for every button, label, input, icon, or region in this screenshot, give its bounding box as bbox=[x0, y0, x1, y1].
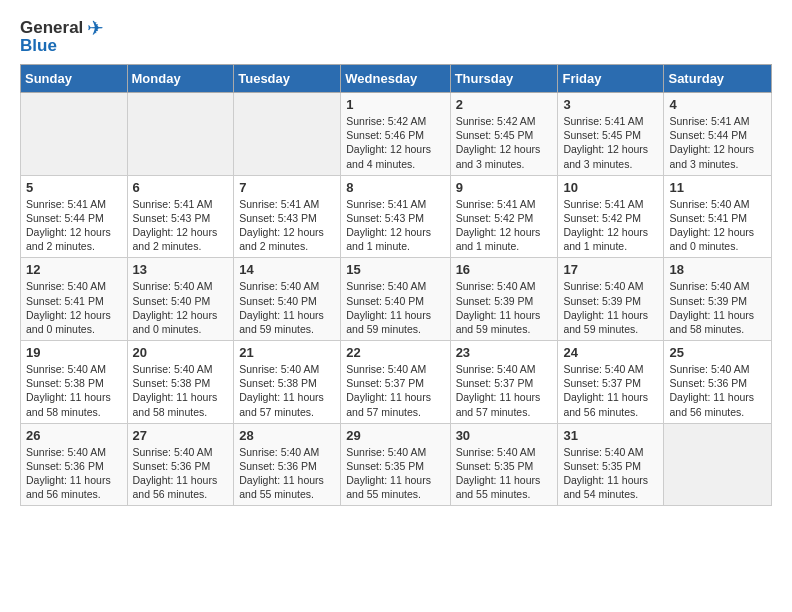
day-number: 22 bbox=[346, 345, 444, 360]
day-cell: 13Sunrise: 5:40 AM Sunset: 5:40 PM Dayli… bbox=[127, 258, 234, 341]
day-info: Sunrise: 5:42 AM Sunset: 5:45 PM Dayligh… bbox=[456, 114, 553, 171]
day-cell: 26Sunrise: 5:40 AM Sunset: 5:36 PM Dayli… bbox=[21, 423, 128, 506]
day-info: Sunrise: 5:41 AM Sunset: 5:44 PM Dayligh… bbox=[26, 197, 122, 254]
day-info: Sunrise: 5:40 AM Sunset: 5:36 PM Dayligh… bbox=[26, 445, 122, 502]
day-cell: 14Sunrise: 5:40 AM Sunset: 5:40 PM Dayli… bbox=[234, 258, 341, 341]
day-info: Sunrise: 5:42 AM Sunset: 5:46 PM Dayligh… bbox=[346, 114, 444, 171]
day-cell bbox=[234, 93, 341, 176]
day-cell: 4Sunrise: 5:41 AM Sunset: 5:44 PM Daylig… bbox=[664, 93, 772, 176]
day-cell bbox=[664, 423, 772, 506]
day-info: Sunrise: 5:40 AM Sunset: 5:35 PM Dayligh… bbox=[563, 445, 658, 502]
day-info: Sunrise: 5:40 AM Sunset: 5:39 PM Dayligh… bbox=[563, 279, 658, 336]
week-row-3: 12Sunrise: 5:40 AM Sunset: 5:41 PM Dayli… bbox=[21, 258, 772, 341]
day-cell: 19Sunrise: 5:40 AM Sunset: 5:38 PM Dayli… bbox=[21, 341, 128, 424]
day-info: Sunrise: 5:41 AM Sunset: 5:43 PM Dayligh… bbox=[346, 197, 444, 254]
day-info: Sunrise: 5:41 AM Sunset: 5:43 PM Dayligh… bbox=[133, 197, 229, 254]
day-header-thursday: Thursday bbox=[450, 65, 558, 93]
day-number: 18 bbox=[669, 262, 766, 277]
day-number: 19 bbox=[26, 345, 122, 360]
day-number: 29 bbox=[346, 428, 444, 443]
day-number: 7 bbox=[239, 180, 335, 195]
day-number: 8 bbox=[346, 180, 444, 195]
day-number: 11 bbox=[669, 180, 766, 195]
week-row-5: 26Sunrise: 5:40 AM Sunset: 5:36 PM Dayli… bbox=[21, 423, 772, 506]
day-cell: 21Sunrise: 5:40 AM Sunset: 5:38 PM Dayli… bbox=[234, 341, 341, 424]
day-cell bbox=[127, 93, 234, 176]
day-number: 27 bbox=[133, 428, 229, 443]
day-info: Sunrise: 5:40 AM Sunset: 5:41 PM Dayligh… bbox=[26, 279, 122, 336]
day-number: 21 bbox=[239, 345, 335, 360]
day-cell: 15Sunrise: 5:40 AM Sunset: 5:40 PM Dayli… bbox=[341, 258, 450, 341]
day-number: 26 bbox=[26, 428, 122, 443]
day-info: Sunrise: 5:41 AM Sunset: 5:44 PM Dayligh… bbox=[669, 114, 766, 171]
day-info: Sunrise: 5:40 AM Sunset: 5:39 PM Dayligh… bbox=[669, 279, 766, 336]
day-cell: 30Sunrise: 5:40 AM Sunset: 5:35 PM Dayli… bbox=[450, 423, 558, 506]
day-number: 2 bbox=[456, 97, 553, 112]
day-cell: 7Sunrise: 5:41 AM Sunset: 5:43 PM Daylig… bbox=[234, 175, 341, 258]
day-cell: 27Sunrise: 5:40 AM Sunset: 5:36 PM Dayli… bbox=[127, 423, 234, 506]
day-info: Sunrise: 5:40 AM Sunset: 5:36 PM Dayligh… bbox=[669, 362, 766, 419]
day-info: Sunrise: 5:40 AM Sunset: 5:37 PM Dayligh… bbox=[563, 362, 658, 419]
day-cell: 2Sunrise: 5:42 AM Sunset: 5:45 PM Daylig… bbox=[450, 93, 558, 176]
day-number: 13 bbox=[133, 262, 229, 277]
day-info: Sunrise: 5:40 AM Sunset: 5:38 PM Dayligh… bbox=[26, 362, 122, 419]
page: General ✈ Blue SundayMondayTuesdayWednes… bbox=[0, 0, 792, 522]
day-cell: 18Sunrise: 5:40 AM Sunset: 5:39 PM Dayli… bbox=[664, 258, 772, 341]
day-cell: 31Sunrise: 5:40 AM Sunset: 5:35 PM Dayli… bbox=[558, 423, 664, 506]
week-row-4: 19Sunrise: 5:40 AM Sunset: 5:38 PM Dayli… bbox=[21, 341, 772, 424]
day-info: Sunrise: 5:40 AM Sunset: 5:40 PM Dayligh… bbox=[133, 279, 229, 336]
day-info: Sunrise: 5:40 AM Sunset: 5:40 PM Dayligh… bbox=[346, 279, 444, 336]
day-header-tuesday: Tuesday bbox=[234, 65, 341, 93]
day-number: 3 bbox=[563, 97, 658, 112]
calendar-header-row: SundayMondayTuesdayWednesdayThursdayFrid… bbox=[21, 65, 772, 93]
day-cell: 9Sunrise: 5:41 AM Sunset: 5:42 PM Daylig… bbox=[450, 175, 558, 258]
day-number: 4 bbox=[669, 97, 766, 112]
day-info: Sunrise: 5:41 AM Sunset: 5:42 PM Dayligh… bbox=[456, 197, 553, 254]
day-header-wednesday: Wednesday bbox=[341, 65, 450, 93]
day-number: 15 bbox=[346, 262, 444, 277]
day-info: Sunrise: 5:40 AM Sunset: 5:39 PM Dayligh… bbox=[456, 279, 553, 336]
day-cell: 24Sunrise: 5:40 AM Sunset: 5:37 PM Dayli… bbox=[558, 341, 664, 424]
day-header-monday: Monday bbox=[127, 65, 234, 93]
day-header-sunday: Sunday bbox=[21, 65, 128, 93]
day-header-friday: Friday bbox=[558, 65, 664, 93]
day-number: 1 bbox=[346, 97, 444, 112]
day-number: 10 bbox=[563, 180, 658, 195]
day-info: Sunrise: 5:40 AM Sunset: 5:35 PM Dayligh… bbox=[346, 445, 444, 502]
day-cell: 1Sunrise: 5:42 AM Sunset: 5:46 PM Daylig… bbox=[341, 93, 450, 176]
day-info: Sunrise: 5:40 AM Sunset: 5:38 PM Dayligh… bbox=[133, 362, 229, 419]
day-number: 9 bbox=[456, 180, 553, 195]
day-cell: 5Sunrise: 5:41 AM Sunset: 5:44 PM Daylig… bbox=[21, 175, 128, 258]
day-cell: 12Sunrise: 5:40 AM Sunset: 5:41 PM Dayli… bbox=[21, 258, 128, 341]
day-info: Sunrise: 5:40 AM Sunset: 5:37 PM Dayligh… bbox=[456, 362, 553, 419]
day-cell: 29Sunrise: 5:40 AM Sunset: 5:35 PM Dayli… bbox=[341, 423, 450, 506]
calendar-body: 1Sunrise: 5:42 AM Sunset: 5:46 PM Daylig… bbox=[21, 93, 772, 506]
day-cell: 8Sunrise: 5:41 AM Sunset: 5:43 PM Daylig… bbox=[341, 175, 450, 258]
day-number: 28 bbox=[239, 428, 335, 443]
week-row-2: 5Sunrise: 5:41 AM Sunset: 5:44 PM Daylig… bbox=[21, 175, 772, 258]
day-cell bbox=[21, 93, 128, 176]
day-number: 30 bbox=[456, 428, 553, 443]
day-cell: 16Sunrise: 5:40 AM Sunset: 5:39 PM Dayli… bbox=[450, 258, 558, 341]
day-info: Sunrise: 5:40 AM Sunset: 5:36 PM Dayligh… bbox=[133, 445, 229, 502]
day-number: 25 bbox=[669, 345, 766, 360]
day-info: Sunrise: 5:41 AM Sunset: 5:45 PM Dayligh… bbox=[563, 114, 658, 171]
day-info: Sunrise: 5:41 AM Sunset: 5:43 PM Dayligh… bbox=[239, 197, 335, 254]
day-number: 14 bbox=[239, 262, 335, 277]
day-cell: 28Sunrise: 5:40 AM Sunset: 5:36 PM Dayli… bbox=[234, 423, 341, 506]
day-header-saturday: Saturday bbox=[664, 65, 772, 93]
logo: General ✈ Blue bbox=[20, 16, 104, 56]
day-number: 31 bbox=[563, 428, 658, 443]
logo-bird-icon: ✈ bbox=[87, 16, 104, 40]
day-number: 23 bbox=[456, 345, 553, 360]
logo-blue: Blue bbox=[20, 36, 57, 56]
day-info: Sunrise: 5:40 AM Sunset: 5:40 PM Dayligh… bbox=[239, 279, 335, 336]
day-number: 20 bbox=[133, 345, 229, 360]
day-number: 16 bbox=[456, 262, 553, 277]
day-cell: 25Sunrise: 5:40 AM Sunset: 5:36 PM Dayli… bbox=[664, 341, 772, 424]
day-info: Sunrise: 5:40 AM Sunset: 5:36 PM Dayligh… bbox=[239, 445, 335, 502]
logo-general: General bbox=[20, 18, 83, 38]
day-cell: 3Sunrise: 5:41 AM Sunset: 5:45 PM Daylig… bbox=[558, 93, 664, 176]
week-row-1: 1Sunrise: 5:42 AM Sunset: 5:46 PM Daylig… bbox=[21, 93, 772, 176]
day-info: Sunrise: 5:41 AM Sunset: 5:42 PM Dayligh… bbox=[563, 197, 658, 254]
